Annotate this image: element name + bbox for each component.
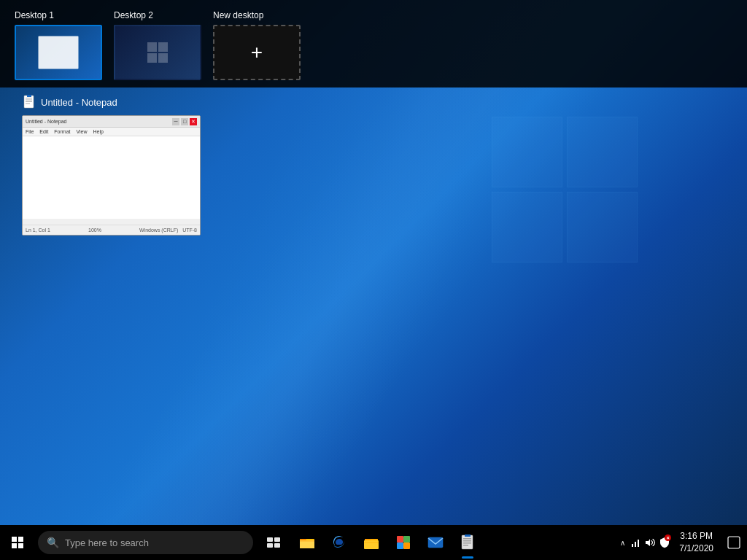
svg-rect-11 [300,539,306,540]
menu-help[interactable]: Help [93,129,104,134]
notepad-window-preview[interactable]: Untitled - Notepad ─ □ ✕ File Edit Forma… [22,115,201,236]
desktop2-label: Desktop 2 [114,10,153,20]
search-placeholder-text: Type here to search [65,537,149,548]
desktop1-preview[interactable] [15,25,102,80]
notepad-icon [22,95,36,109]
svg-rect-32 [728,537,740,548]
svg-rect-23 [462,535,473,549]
notifications-button[interactable] [721,525,747,560]
svg-rect-9 [274,543,280,548]
svg-rect-27 [463,545,468,546]
store-icon [395,534,411,551]
taskbar-store[interactable] [387,525,419,560]
svg-rect-20 [403,542,410,549]
menu-view[interactable]: View [77,129,88,134]
svg-rect-7 [274,537,280,542]
svg-rect-17 [397,536,403,542]
minimize-btn[interactable]: ─ [172,118,179,125]
desktop-windows-logo [492,117,652,277]
start-button[interactable] [0,525,35,560]
task-view-button[interactable] [256,525,291,560]
task-view-icon [266,537,281,548]
clock-time: 3:16 PM [680,530,713,542]
svg-rect-26 [463,542,471,544]
clock-date: 7/1/2020 [679,542,713,555]
svg-rect-30 [635,542,636,547]
notepad-titlebar-buttons: ─ □ ✕ [172,118,197,125]
desktop1-label: Desktop 1 [15,10,54,20]
svg-rect-28 [465,534,471,537]
security-error-badge: ✕ [665,534,671,541]
new-desktop-button[interactable]: New desktop + [213,10,301,80]
taskbar: 🔍 Type here to search [0,525,747,560]
taskbar-notepad[interactable] [452,525,484,560]
svg-rect-1 [26,98,32,98]
network-icon [630,537,641,548]
svg-rect-31 [638,540,639,547]
taskbar-edge[interactable] [323,525,355,560]
new-desktop-label: New desktop [213,10,263,20]
desktop-thumb-2[interactable]: Desktop 2 [114,10,201,80]
start-windows-logo [12,537,23,548]
svg-rect-29 [632,544,633,547]
notepad-taskbar-icon [460,534,475,551]
menu-format[interactable]: Format [54,129,70,134]
plus-icon: + [251,42,263,63]
system-tray: ∧ ✕ [617,525,747,560]
svg-rect-4 [26,104,30,104]
mail-icon [427,536,444,549]
svg-rect-25 [463,540,471,542]
svg-rect-2 [26,100,32,101]
statusbar-encoding-line: Windows (CRLF) UTF-8 [139,228,197,233]
svg-rect-18 [403,536,410,542]
file-manager-icon [363,535,379,550]
security-icon-wrap: ✕ [659,537,670,548]
taskbar-file-manager[interactable] [355,525,387,560]
file-explorer-icon [299,536,315,549]
svg-rect-21 [428,537,443,548]
new-desktop-box[interactable]: + [213,25,301,80]
svg-rect-15 [364,540,379,549]
taskbar-mail[interactable] [419,525,452,560]
svg-rect-3 [26,101,32,102]
statusbar-zoom: 100% [88,228,101,233]
svg-rect-5 [27,95,31,97]
menu-edit[interactable]: Edit [39,129,48,134]
notepad-titlebar-text: Untitled - Notepad [26,119,66,124]
search-bar[interactable]: 🔍 Type here to search [38,531,253,554]
svg-rect-6 [267,537,273,542]
menu-file[interactable]: File [26,129,34,134]
notepad-titlebar: Untitled - Notepad ─ □ ✕ [23,116,200,128]
security-tray-icon[interactable]: ✕ [657,525,672,560]
notifications-icon [727,536,740,549]
notepad-statusbar: Ln 1, Col 1 100% Windows (CRLF) UTF-8 [23,225,200,235]
svg-rect-19 [397,542,403,549]
volume-tray-icon[interactable] [643,525,657,560]
desktop2-preview[interactable] [114,25,201,80]
clock-area[interactable]: 3:16 PM 7/1/2020 [672,525,721,560]
edge-icon [331,534,347,551]
notepad-title-label: Untitled - Notepad [41,97,117,108]
notepad-content-area[interactable] [23,136,200,219]
statusbar-position: Ln 1, Col 1 [26,228,50,233]
notepad-menu: File Edit Format View Help [23,128,200,136]
maximize-btn[interactable]: □ [181,118,188,125]
network-tray-icon[interactable] [628,525,643,560]
notepad-window-label: Untitled - Notepad [22,95,201,109]
close-btn[interactable]: ✕ [190,118,197,125]
tray-expand-button[interactable]: ∧ [617,539,628,547]
svg-rect-24 [463,538,471,540]
desktop-thumb-1[interactable]: Desktop 1 [15,10,102,80]
svg-rect-8 [267,543,273,548]
open-windows-area: Untitled - Notepad Untitled - Notepad ─ … [22,95,201,236]
task-view-overlay: Desktop 1 Desktop 2 New desktop + [0,0,747,88]
pinned-apps [291,525,484,560]
volume-icon [644,537,656,548]
taskbar-file-explorer[interactable] [291,525,323,560]
search-icon: 🔍 [47,537,59,548]
